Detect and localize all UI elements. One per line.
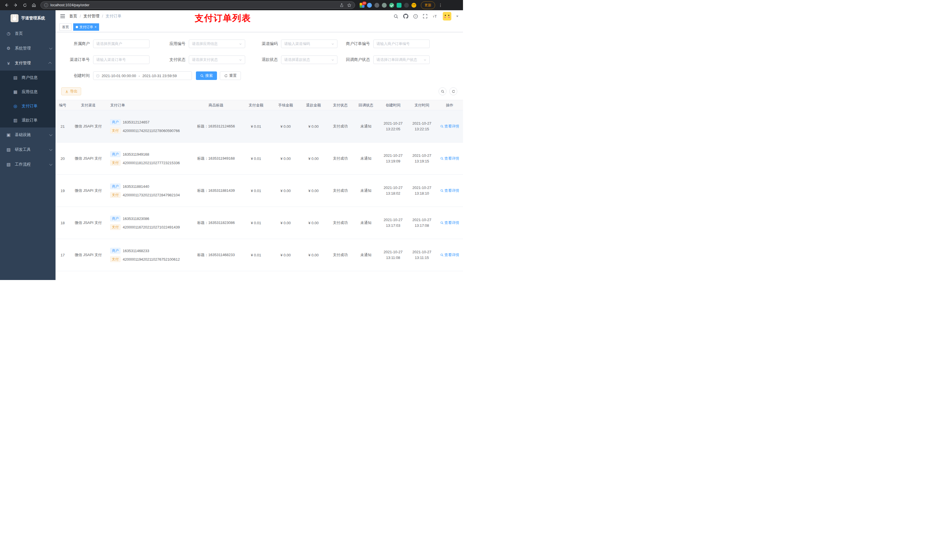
back-icon[interactable]	[3, 2, 10, 9]
view-detail-link[interactable]: 查看详情	[440, 252, 459, 258]
github-icon[interactable]	[403, 14, 409, 19]
tab-pay-order[interactable]: 支付订单 ×	[73, 23, 99, 31]
sidebar-item-label: 应用信息	[22, 89, 38, 95]
field-label: 应用编号	[150, 41, 189, 46]
extension-icon[interactable]: 10	[360, 3, 365, 8]
extension-icon[interactable]	[382, 3, 387, 8]
table-row-partial: 商户1635311…	[56, 271, 463, 280]
sidebar-item-pay-order[interactable]: ◎ 支付订单	[0, 99, 56, 113]
cell-id: 20	[56, 143, 70, 175]
tab-label: 支付订单	[79, 25, 93, 30]
address-bar[interactable]: i localhost:1024/pay/order	[41, 2, 355, 9]
notify-status-select[interactable]: 请选择订单回调商户状态	[373, 56, 430, 64]
cell-channel: 微信 JSAPI 支付	[70, 207, 107, 239]
cell-notify: 未通知	[353, 110, 379, 143]
col-refund: 退款金额	[300, 100, 327, 110]
fullscreen-icon[interactable]	[423, 14, 427, 18]
caret-down-icon[interactable]	[456, 16, 458, 17]
breadcrumb-home[interactable]: 首页	[69, 14, 77, 19]
site-info-icon[interactable]: i	[44, 3, 48, 7]
share-icon[interactable]	[340, 3, 344, 8]
cell-order: 商户1635311881440 支付4200001173202110272847…	[107, 175, 192, 207]
sidebar-item-payment[interactable]: ¥ 支付管理	[0, 56, 56, 71]
cell-channel	[70, 271, 107, 280]
field-label: 所属商户	[61, 41, 93, 46]
merchant-tag: 商户	[110, 248, 121, 254]
refund-status-select[interactable]: 请选择退款状态	[281, 56, 337, 64]
merchant-order-no-input[interactable]: 请输入商户订单编号	[373, 39, 430, 48]
gear-icon: ⚙	[6, 46, 11, 51]
view-detail-link[interactable]: 查看详情	[440, 220, 459, 225]
cell-refund: ¥ 0.00	[300, 207, 327, 239]
bookmark-star-icon[interactable]	[347, 3, 351, 8]
cell-status: 支付成功	[327, 110, 353, 143]
breadcrumb-separator: /	[80, 14, 81, 18]
merchant-tag: 商户	[110, 119, 121, 125]
sidebar-item-workflow[interactable]: ▧ 工作流程	[0, 157, 56, 172]
tab-home[interactable]: 首页	[59, 23, 71, 31]
close-icon[interactable]: ×	[95, 25, 97, 29]
col-status: 支付状态	[327, 100, 353, 110]
cell-channel: 微信 JSAPI 支付	[70, 110, 107, 143]
view-detail-link[interactable]: 查看详情	[440, 124, 459, 129]
cell-status: 支付成功	[327, 207, 353, 239]
create-time-range-picker[interactable]: 2021-10-01 00:00:00 - 2021-10-31 23:59:5…	[93, 71, 192, 80]
sidebar-item-label: 基础设施	[15, 132, 31, 137]
tags-view-bar: 首页 支付订单 ×	[56, 22, 463, 32]
cell-id: 21	[56, 110, 70, 143]
forward-icon[interactable]	[12, 2, 20, 9]
export-button[interactable]: 导出	[61, 88, 81, 95]
breadcrumb-payment[interactable]: 支付管理	[83, 14, 99, 19]
search-button[interactable]: 搜索	[196, 71, 217, 80]
refresh-icon[interactable]	[449, 88, 457, 95]
reset-button[interactable]: 重置	[220, 71, 241, 80]
pay-no: 4200001194202110276752100612	[123, 257, 180, 261]
channel-order-no-input[interactable]: 请输入渠道订单号	[93, 56, 150, 64]
hamburger-icon[interactable]	[60, 14, 65, 18]
app-id-select[interactable]: 请选择应用信息	[189, 39, 245, 48]
cell-create-time: 2021-10-2713:22:05	[379, 110, 407, 143]
sidebar-item-label: 支付订单	[22, 104, 38, 109]
search-icon[interactable]	[393, 14, 398, 19]
logo-image	[11, 14, 18, 22]
cell-title: 标题：1635311881439	[192, 175, 240, 207]
sidebar-item-label: 首页	[15, 31, 23, 36]
sidebar-item-merchant-info[interactable]: ▤ 商户信息	[0, 71, 56, 85]
browser-update-button[interactable]: 更新	[421, 2, 435, 9]
pay-tag: 支付	[110, 224, 121, 230]
cell-action: 查看详情	[436, 175, 463, 207]
extension-icon[interactable]	[367, 3, 372, 8]
document-icon: ▥	[12, 118, 18, 123]
cell-order: 商户1635312124657 支付4200001174202110278060…	[107, 110, 192, 143]
merchant-input[interactable]: 请选择所属商户	[93, 39, 150, 48]
font-size-icon[interactable]: TT	[432, 14, 438, 18]
url-text[interactable]: localhost:1024/pay/order	[50, 3, 89, 7]
user-avatar[interactable]	[443, 12, 451, 21]
help-icon[interactable]: ?	[413, 14, 418, 19]
profile-avatar-icon[interactable]	[412, 3, 416, 8]
channel-code-select[interactable]: 请输入渠道编码	[281, 39, 337, 48]
pay-status-select[interactable]: 请选择支付状态	[189, 56, 245, 64]
sidebar-item-home[interactable]: ◷ 首页	[0, 26, 56, 41]
view-detail-link[interactable]: 查看详情	[440, 156, 459, 161]
home-icon[interactable]	[30, 2, 38, 9]
reload-icon[interactable]	[21, 2, 29, 9]
col-amount: 支付金额	[240, 100, 272, 110]
cell-create-time: 2021-10-2713:11:08	[379, 239, 407, 271]
browser-menu-icon[interactable]: ⋮	[439, 3, 442, 8]
view-detail-link[interactable]: 查看详情	[440, 188, 459, 193]
sidebar-item-devtools[interactable]: ▨ 研发工具	[0, 142, 56, 157]
extension-icon[interactable]	[374, 3, 379, 8]
col-id: 编号	[56, 100, 70, 110]
cell-action: 查看详情	[436, 207, 463, 239]
sidebar-item-system[interactable]: ⚙ 系统管理	[0, 41, 56, 56]
sidebar-item-app-info[interactable]: ▦ 应用信息	[0, 85, 56, 99]
cell-amount: ¥ 0.01	[240, 175, 272, 207]
extension-icon[interactable]	[389, 3, 394, 8]
toggle-search-icon[interactable]	[439, 88, 446, 95]
sidebar-item-refund-order[interactable]: ▥ 退款订单	[0, 113, 56, 127]
extension-icon[interactable]	[396, 3, 401, 8]
cell-notify: 未通知	[353, 143, 379, 175]
extension-icon[interactable]	[404, 3, 409, 8]
sidebar-item-infrastructure[interactable]: ▣ 基础设施	[0, 127, 56, 142]
